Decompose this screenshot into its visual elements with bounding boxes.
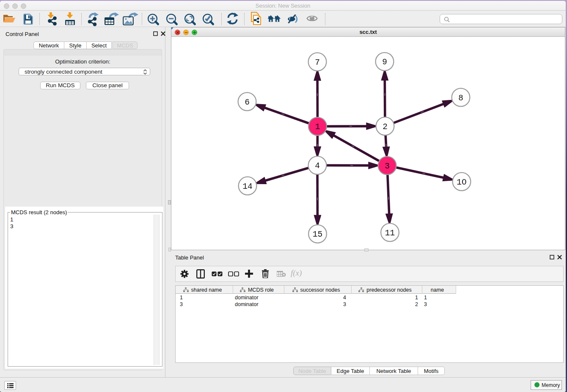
svg-text:6: 6: [245, 98, 250, 107]
svg-text:11: 11: [385, 229, 395, 238]
svg-text:4: 4: [315, 161, 320, 171]
svg-text:1: 1: [315, 122, 320, 132]
svg-text:7: 7: [315, 58, 320, 67]
svg-text:15: 15: [313, 230, 322, 239]
svg-text:1O: 1O: [457, 178, 466, 187]
svg-text:2: 2: [383, 122, 388, 132]
svg-text:14: 14: [242, 182, 252, 191]
svg-text:9: 9: [382, 58, 387, 67]
svg-text:3: 3: [385, 162, 390, 171]
svg-text:8: 8: [458, 94, 463, 103]
